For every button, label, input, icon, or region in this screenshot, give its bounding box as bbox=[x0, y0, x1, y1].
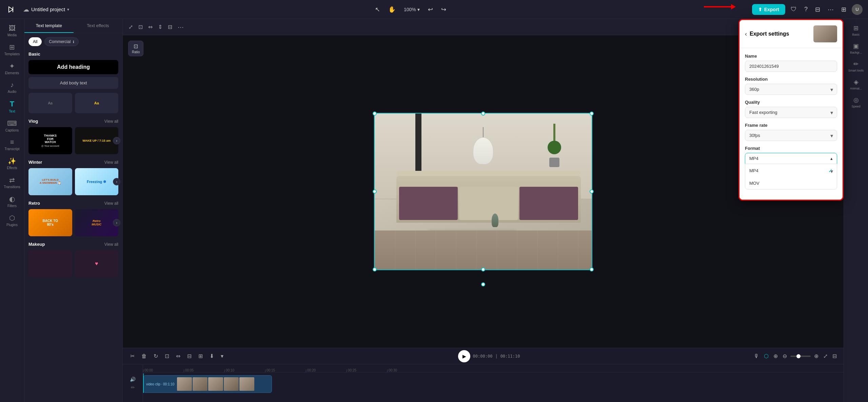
sidebar-item-elements[interactable]: ✦ Elements bbox=[1, 59, 23, 78]
play-button[interactable]: ▶ bbox=[458, 350, 470, 362]
timeline-export-clip-button[interactable]: ⬇ bbox=[208, 351, 216, 361]
handle-tl[interactable] bbox=[373, 112, 377, 116]
project-selector[interactable]: ☁ Untitled project ▾ bbox=[23, 6, 69, 13]
sidebar-item-templates[interactable]: ⊞ Templates bbox=[1, 40, 23, 59]
handle-bl[interactable] bbox=[373, 267, 377, 272]
export-resolution-select[interactable]: 360p bbox=[745, 84, 837, 95]
zoom-slider[interactable] bbox=[790, 356, 811, 357]
volume-icon[interactable]: 🔊 bbox=[130, 377, 136, 382]
winter-next-button[interactable]: › bbox=[113, 178, 120, 185]
more-button[interactable]: ⋯ bbox=[826, 4, 836, 15]
timeline-split-button[interactable]: ⊟ bbox=[185, 351, 194, 361]
sidebar-item-transitions[interactable]: ⇄ Transitions bbox=[1, 173, 23, 192]
fullscreen-button[interactable]: ⤢ bbox=[822, 351, 829, 361]
winter-view-all[interactable]: View all bbox=[104, 160, 118, 165]
chevron-up-icon: ▴ bbox=[830, 156, 833, 161]
export-name-input[interactable] bbox=[745, 61, 837, 72]
template-card-snowman[interactable]: LET'S BUILDA SNOWMAN 🎅 bbox=[28, 168, 72, 195]
zoom-selector[interactable]: 100% ▾ bbox=[401, 5, 422, 14]
template-card-makeup1[interactable] bbox=[28, 250, 72, 277]
add-media-button[interactable]: ⊕ bbox=[813, 351, 820, 361]
export-quality-select[interactable]: Fast exporting bbox=[745, 107, 837, 118]
add-body-button[interactable]: Add body text bbox=[28, 77, 118, 89]
sidebar-item-media[interactable]: 🖼 Media bbox=[1, 22, 23, 40]
right-panel-smart-tools[interactable]: ✏ Smart tools bbox=[845, 58, 867, 75]
handle-ml[interactable] bbox=[373, 189, 377, 194]
sidebar-item-filters[interactable]: ◐ Filters bbox=[1, 192, 23, 210]
template-card-basic2[interactable]: Aa bbox=[75, 93, 119, 113]
hand-tool-button[interactable]: ✋ bbox=[386, 4, 398, 15]
split-view-button[interactable]: ⊞ bbox=[839, 4, 848, 15]
right-panel-speed[interactable]: ◎ Speed bbox=[845, 94, 867, 111]
filter-commercial-button[interactable]: Commercial ℹ bbox=[44, 37, 78, 46]
fit-button[interactable]: ⤢ bbox=[127, 22, 135, 32]
tab-text-template[interactable]: Text template bbox=[24, 19, 74, 33]
ratio-button[interactable]: ⊡ Ratio bbox=[128, 41, 143, 56]
redo-button[interactable]: ↪ bbox=[438, 4, 449, 15]
ai-button[interactable]: ⬡ bbox=[763, 351, 770, 361]
sidebar-item-captions[interactable]: ⌨ Captions bbox=[1, 117, 23, 135]
export-button[interactable]: ⬆ Export bbox=[752, 4, 785, 15]
mic-button[interactable]: 🎙 bbox=[752, 352, 761, 361]
undo-button[interactable]: ↩ bbox=[425, 4, 436, 15]
handle-tr[interactable] bbox=[590, 112, 594, 116]
template-card-back80[interactable]: BACK TO80's bbox=[28, 209, 72, 236]
shield-button[interactable]: 🛡 bbox=[789, 4, 799, 15]
timeline-delete-button[interactable]: 🗑 bbox=[139, 352, 149, 361]
handle-br[interactable] bbox=[590, 267, 594, 272]
share-button[interactable]: ⊟ bbox=[813, 4, 822, 15]
handle-tm[interactable] bbox=[481, 112, 485, 116]
sidebar-item-transcript[interactable]: ≡ Transcript bbox=[1, 136, 23, 154]
video-clip[interactable]: video clip · 00:1:10 bbox=[143, 375, 272, 393]
handle-mr[interactable] bbox=[590, 189, 594, 194]
template-card-basic1[interactable]: Aa bbox=[28, 93, 72, 113]
timeline-arrange-button[interactable]: ⊞ bbox=[196, 351, 205, 361]
export-back-button[interactable]: ‹ bbox=[745, 31, 747, 38]
add-heading-button[interactable]: Add heading bbox=[28, 60, 118, 74]
format-option-mov[interactable]: MOV bbox=[745, 177, 837, 189]
vlog-next-button[interactable]: › bbox=[113, 137, 120, 144]
timeline-loop-button[interactable]: ↻ bbox=[152, 351, 160, 361]
filter-all-button[interactable]: All bbox=[28, 37, 42, 46]
ratio-icon: ⊡ bbox=[134, 43, 138, 49]
tab-text-effects[interactable]: Text effects bbox=[74, 19, 123, 33]
timeline-transform-button[interactable]: ⊡ bbox=[163, 351, 171, 361]
flip-v-button[interactable]: ⇕ bbox=[156, 22, 164, 32]
format-option-mp4[interactable]: MP4 ✓ bbox=[745, 164, 837, 177]
vlog-view-all[interactable]: View all bbox=[104, 119, 118, 124]
timeline-cut-button[interactable]: ✂ bbox=[128, 351, 137, 361]
flip-h-button[interactable]: ⇔ bbox=[146, 22, 154, 32]
template-card-freezing[interactable]: Freezing ❄ bbox=[75, 168, 119, 195]
retro-view-all[interactable]: View all bbox=[104, 201, 118, 206]
sidebar-item-audio[interactable]: ♪ Audio bbox=[1, 78, 23, 96]
template-card-retro[interactable]: RetroMUSIC bbox=[75, 209, 119, 236]
right-panel-animate[interactable]: ◈ Animat... bbox=[845, 76, 867, 93]
avatar[interactable]: U bbox=[852, 4, 863, 15]
edit-icon[interactable]: ✏ bbox=[131, 385, 135, 390]
rotate-handle[interactable] bbox=[481, 282, 485, 286]
template-card-thanks[interactable]: THANKSFORWATCH @ Your account bbox=[28, 127, 72, 154]
canvas-more-button[interactable]: ⋯ bbox=[176, 22, 185, 33]
link-button[interactable]: ⊕ bbox=[772, 351, 779, 361]
export-framerate-select[interactable]: 30fps bbox=[745, 130, 837, 141]
handle-bm[interactable] bbox=[481, 267, 485, 272]
select-tool-button[interactable]: ↖ bbox=[372, 4, 383, 15]
template-card-wakeup[interactable]: WAKE UP / 7:15 am bbox=[75, 127, 119, 154]
export-format-select[interactable]: MP4 ▴ bbox=[745, 153, 837, 164]
template-card-makeup2[interactable]: ♥ bbox=[75, 250, 119, 277]
zoom-out-button[interactable]: ⊖ bbox=[781, 351, 788, 361]
makeup-view-all[interactable]: View all bbox=[104, 242, 118, 247]
retro-next-button[interactable]: › bbox=[113, 219, 120, 226]
right-panel-background[interactable]: ▣ Backgr... bbox=[845, 40, 867, 57]
playhead[interactable] bbox=[143, 375, 144, 393]
timeline-more-button[interactable]: ▾ bbox=[219, 351, 225, 361]
right-panel-basic[interactable]: ⊞ Basic bbox=[845, 22, 867, 39]
timeline-mirror-button[interactable]: ⇔ bbox=[174, 351, 182, 361]
help-button[interactable]: ? bbox=[802, 4, 810, 15]
sidebar-item-plugins[interactable]: ⬡ Plugins bbox=[1, 211, 23, 229]
crop-button[interactable]: ⊡ bbox=[137, 22, 144, 32]
align-button[interactable]: ⊟ bbox=[166, 22, 174, 32]
sidebar-item-text[interactable]: T Text bbox=[1, 97, 23, 116]
timeline-settings-button[interactable]: ⊟ bbox=[831, 351, 838, 361]
sidebar-item-effects[interactable]: ✨ Effects bbox=[1, 154, 23, 173]
